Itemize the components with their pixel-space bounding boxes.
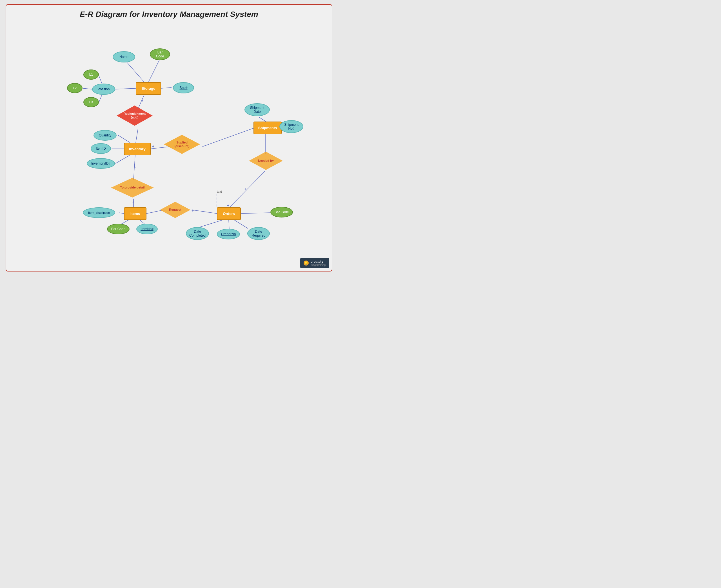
entity-inventory: Inventory xyxy=(124,143,151,155)
svg-line-5 xyxy=(83,88,92,89)
relationship-replenishment: Replenishment(add) xyxy=(117,105,153,126)
attribute-l1: L1 xyxy=(83,69,99,80)
attribute-sno: Sno# xyxy=(173,82,194,93)
svg-text:+: + xyxy=(227,203,229,208)
svg-line-16 xyxy=(259,117,266,122)
svg-text:+: + xyxy=(141,98,143,103)
attribute-shipmentno: ShipmentNo# xyxy=(279,120,303,133)
svg-line-19 xyxy=(229,171,265,207)
entity-orders: Orders xyxy=(217,207,241,220)
attribute-datecompleted: DateCompleted xyxy=(186,227,209,240)
attribute-inventoryid: InventoryID# xyxy=(87,158,115,169)
svg-text:+: + xyxy=(132,200,134,204)
svg-line-4 xyxy=(99,76,102,84)
svg-line-33 xyxy=(200,220,222,227)
relationship-request: Request xyxy=(160,202,191,218)
svg-line-2 xyxy=(161,87,172,88)
attribute-itemno: ItemNo# xyxy=(136,224,158,234)
svg-line-32 xyxy=(241,213,271,213)
svg-line-12 xyxy=(116,155,129,164)
attribute-shipmentdate: ShipmentDate xyxy=(244,103,270,116)
svg-text:+: + xyxy=(152,144,154,149)
diagram-title: E-R Diagram for Inventory Management Sys… xyxy=(6,5,332,21)
creately-badge: 💡 creately Diagramming xyxy=(300,258,329,268)
attribute-barcode-items: Bar Code xyxy=(107,224,129,234)
svg-line-15 xyxy=(202,128,254,147)
attribute-quantity: Quantity xyxy=(94,130,117,141)
entity-storage: Storage xyxy=(136,82,161,95)
attribute-barcode-storage: BarCode xyxy=(150,48,170,60)
attribute-item-description: Item_discription xyxy=(83,207,115,218)
svg-line-9 xyxy=(136,129,138,143)
svg-text:+: + xyxy=(134,165,136,169)
svg-text:text: text xyxy=(217,190,222,193)
svg-line-30 xyxy=(192,210,217,213)
svg-line-10 xyxy=(118,135,130,143)
svg-line-25 xyxy=(119,213,124,213)
svg-text:+: + xyxy=(148,208,150,213)
svg-text:+: + xyxy=(192,208,194,213)
attribute-barcode-orders: Bar Code xyxy=(271,207,293,217)
attribute-name: Name xyxy=(113,51,135,62)
attribute-l2: L2 xyxy=(67,83,82,93)
svg-line-35 xyxy=(234,220,248,228)
svg-line-6 xyxy=(99,95,102,102)
attribute-daterequired: DateRequired xyxy=(247,227,270,240)
svg-line-34 xyxy=(229,220,229,229)
entity-items: Items xyxy=(124,207,146,220)
relationship-to-provide-detail: To provide detail xyxy=(111,178,154,197)
attribute-orderno: OrederNo xyxy=(217,229,240,239)
attribute-itemid: ItemID xyxy=(91,143,111,154)
bulb-icon: 💡 xyxy=(304,260,309,266)
entity-shipments: Shipments xyxy=(254,122,282,134)
svg-line-3 xyxy=(115,88,136,89)
attribute-l3: L3 xyxy=(83,97,99,107)
diagram-container: E-R Diagram for Inventory Management Sys… xyxy=(6,4,332,272)
relationship-needed-by: Needed by xyxy=(249,152,283,170)
svg-line-1 xyxy=(148,58,160,82)
attribute-position: Position xyxy=(92,84,115,95)
relationship-supplied: Suplied(discount) xyxy=(164,135,200,154)
svg-line-21 xyxy=(134,155,135,180)
svg-text:+: + xyxy=(244,187,247,191)
